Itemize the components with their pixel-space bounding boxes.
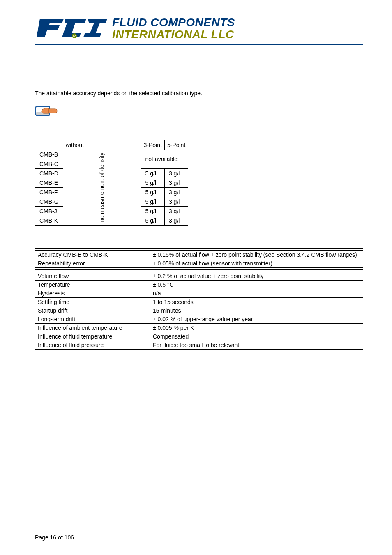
value-5p: 3 g/l (164, 178, 188, 187)
spec-value: ± 0.5 °C (150, 280, 363, 289)
value-3p: 5 g/l (141, 216, 164, 225)
value-5p: 3 g/l (164, 187, 188, 197)
model-cell: CMB-C (35, 159, 63, 168)
spec-label: Long-term drift (35, 315, 150, 323)
attention-hand-icon (35, 104, 363, 119)
value-5p: 3 g/l (164, 197, 188, 206)
header: R FLUID COMPONENTS INTERNATIONAL LLC (35, 16, 363, 41)
spec-value: For fluids: too small to be relevant (150, 341, 363, 349)
logo-text: FLUID COMPONENTS INTERNATIONAL LLC (112, 16, 235, 41)
spec-value: 1 to 15 seconds (150, 297, 363, 306)
spec-value: Compensated (150, 332, 363, 341)
no-density-label: no measurement of density (63, 150, 141, 225)
spec-value: n/a (150, 289, 363, 297)
spec-label: Repeatability error (35, 259, 150, 267)
spec-label: Accuracy CMB-B to CMB-K (35, 250, 150, 259)
spec-label: Hysteresis (35, 289, 150, 297)
value-5p: 3 g/l (164, 206, 188, 216)
no-density-text: no measurement of density (99, 153, 105, 222)
spec-value: ± 0.02 % of upper-range value per year (150, 315, 363, 323)
model-cell: CMB-B (35, 150, 63, 159)
value-3p: 5 g/l (141, 187, 164, 197)
spec-label: Startup drift (35, 306, 150, 315)
spec-label: Volume flow (35, 272, 150, 280)
spec-value: ± 0.005 % per K (150, 323, 363, 332)
header-rule (35, 44, 363, 45)
intro-text: The attainable accuracy depends on the s… (35, 90, 363, 97)
spec-label: Influence of fluid temperature (35, 332, 150, 341)
value-3p: 5 g/l (141, 168, 164, 178)
svg-text:R: R (73, 34, 76, 38)
spec-table: Accuracy CMB-B to CMB-K± 0.15% of actual… (35, 248, 363, 350)
value-5p: 3 g/l (164, 168, 188, 178)
logo-line1: FLUID COMPONENTS (112, 16, 235, 28)
spec-value: ± 0.2 % of actual value + zero point sta… (150, 272, 363, 280)
value-3p: 5 g/l (141, 206, 164, 216)
model-cell: CMB-G (35, 197, 63, 206)
spec-label: Settling time (35, 297, 150, 306)
page-root: R FLUID COMPONENTS INTERNATIONAL LLC The… (0, 0, 392, 555)
model-cell: CMB-E (35, 178, 63, 187)
fci-logo-mark: R (35, 16, 109, 40)
col-3point: 3-Point (141, 140, 164, 150)
empty-cell (35, 140, 63, 150)
value-3p: 5 g/l (141, 197, 164, 206)
value-5p: 3 g/l (164, 216, 188, 225)
spec-value: 15 minutes (150, 306, 363, 315)
page-number: Page 16 of 106 (35, 534, 74, 541)
footer-rule (35, 526, 363, 526)
spec-label: Temperature (35, 280, 150, 289)
model-cell: CMB-F (35, 187, 63, 197)
value-3p: 5 g/l (141, 178, 164, 187)
svg-marker-2 (83, 19, 107, 37)
spec-label: Influence of ambient temperature (35, 323, 150, 332)
model-cell: CMB-D (35, 168, 63, 178)
spec-value: ± 0.15% of actual flow + zero point stab… (150, 250, 363, 259)
model-cell: CMB-J (35, 206, 63, 216)
spec-value: ± 0.05% of actual flow (sensor with tran… (150, 259, 363, 267)
spec-label: Influence of fluid pressure (35, 341, 150, 349)
svg-marker-0 (37, 19, 64, 37)
col-without: without (63, 140, 141, 150)
logo-line2: INTERNATIONAL LLC (112, 28, 235, 40)
model-cell: CMB-K (35, 216, 63, 225)
calibration-density-table: without 3-Point 5-Point CMB-B no measure… (35, 138, 363, 226)
not-available-cell: not available (141, 150, 188, 168)
col-5point: 5-Point (164, 140, 188, 150)
